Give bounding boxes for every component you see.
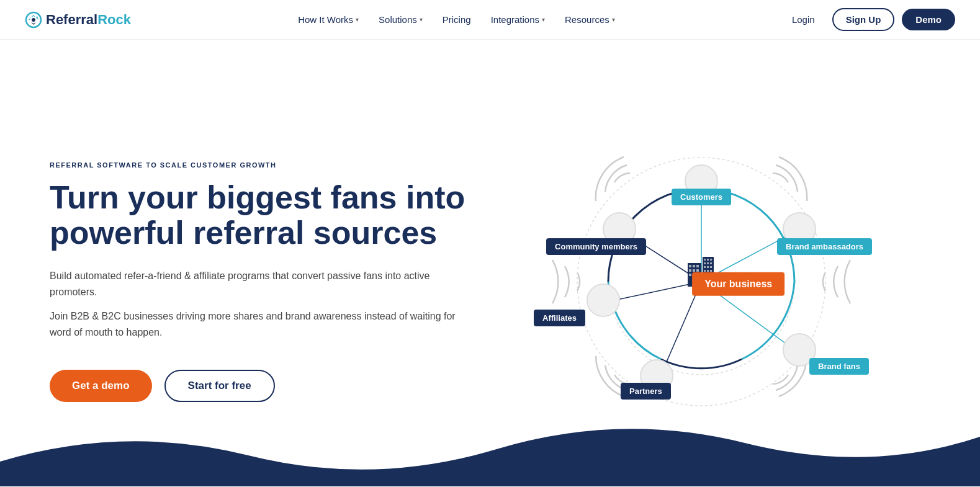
- chevron-down-icon: ▾: [420, 16, 423, 23]
- hero-tagline: REFERRAL SOFTWARE TO SCALE CUSTOMER GROW…: [50, 161, 472, 169]
- svg-rect-32: [710, 270, 712, 272]
- nav-pricing[interactable]: Pricing: [435, 9, 479, 30]
- nav-integrations[interactable]: Integrations ▾: [483, 9, 552, 30]
- brand-fans-label: Brand fans: [809, 358, 869, 375]
- signup-button[interactable]: Sign Up: [832, 8, 895, 31]
- svg-rect-31: [707, 270, 709, 272]
- your-business-label: Your business: [692, 272, 784, 296]
- nav-solutions[interactable]: Solutions ▾: [371, 9, 430, 30]
- hero-description-1: Build automated refer-a-friend & affilia…: [50, 268, 472, 300]
- diagram-container: 👩 👩‍💼 🧑 👩‍🦰 🧔 👨‍💼 Customers: [528, 108, 875, 455]
- svg-rect-22: [707, 259, 709, 261]
- svg-rect-25: [707, 262, 709, 264]
- svg-rect-30: [704, 270, 706, 272]
- svg-rect-17: [689, 274, 691, 276]
- partners-label: Partners: [621, 383, 671, 400]
- svg-rect-15: [693, 269, 695, 272]
- hero-buttons: Get a demo Start for free: [50, 370, 472, 402]
- logo[interactable]: ReferralRock: [25, 11, 131, 29]
- chevron-down-icon: ▾: [612, 16, 615, 23]
- nav-how-it-works[interactable]: How It Works ▾: [290, 9, 366, 30]
- svg-rect-21: [704, 259, 706, 261]
- svg-rect-29: [710, 266, 712, 268]
- affiliates-label: Affiliates: [534, 310, 585, 326]
- nav-actions: Login Sign Up Demo: [782, 8, 955, 31]
- chevron-down-icon: ▾: [356, 16, 359, 23]
- nav-links: How It Works ▾ Solutions ▾ Pricing Integ…: [290, 9, 623, 30]
- wave-bottom: [0, 412, 980, 486]
- brand-ambassadors-label: Brand ambassadors: [777, 238, 872, 255]
- demo-button[interactable]: Demo: [902, 9, 955, 30]
- svg-rect-23: [710, 259, 712, 261]
- community-label: Community members: [546, 238, 646, 255]
- nav-resources[interactable]: Resources ▾: [557, 9, 623, 30]
- svg-rect-26: [710, 262, 712, 264]
- hero-section: REFERRAL SOFTWARE TO SCALE CUSTOMER GROW…: [0, 40, 980, 486]
- login-button[interactable]: Login: [782, 9, 825, 30]
- hero-description-2: Join B2B & B2C businesses driving more s…: [50, 308, 472, 340]
- start-free-button[interactable]: Start for free: [164, 370, 275, 402]
- svg-rect-28: [707, 266, 709, 268]
- customers-label: Customers: [672, 189, 731, 205]
- svg-rect-24: [704, 262, 706, 264]
- svg-rect-14: [689, 269, 691, 272]
- hero-diagram: 👩 👩‍💼 🧑 👩‍🦰 🧔 👨‍💼 Customers: [472, 108, 930, 455]
- logo-rock-text: Rock: [97, 12, 131, 27]
- svg-rect-12: [693, 265, 695, 267]
- svg-point-1: [32, 18, 35, 22]
- svg-rect-11: [689, 265, 691, 267]
- hero-title: Turn your biggest fans into powerful ref…: [50, 180, 472, 251]
- chevron-down-icon: ▾: [542, 16, 545, 23]
- get-demo-button[interactable]: Get a demo: [50, 370, 152, 402]
- svg-rect-27: [704, 266, 706, 268]
- logo-referral-text: Referral: [46, 12, 97, 27]
- logo-icon: [25, 11, 42, 29]
- svg-rect-16: [696, 269, 699, 272]
- navigation: ReferralRock How It Works ▾ Solutions ▾ …: [0, 0, 980, 40]
- svg-rect-13: [696, 265, 699, 267]
- hero-content: REFERRAL SOFTWARE TO SCALE CUSTOMER GROW…: [50, 161, 472, 403]
- svg-point-37: [587, 284, 619, 316]
